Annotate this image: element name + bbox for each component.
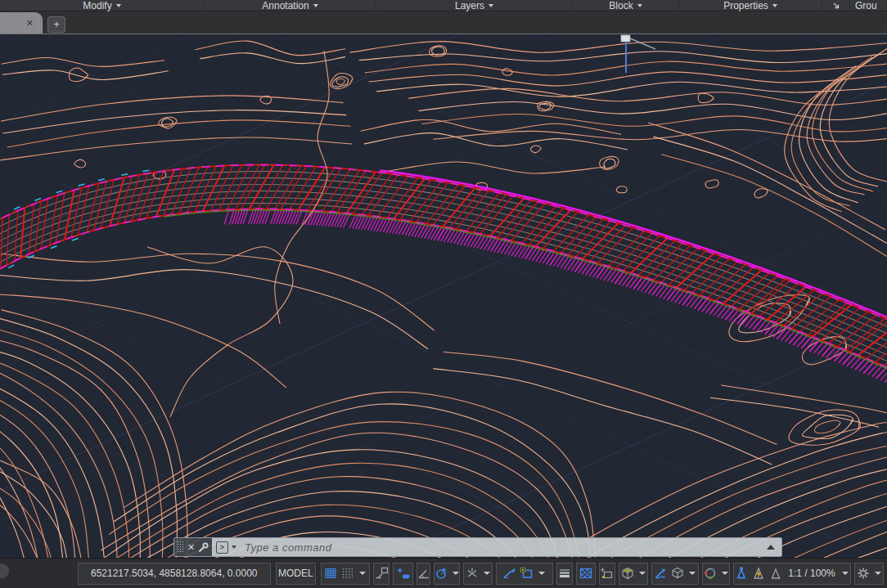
annotation-visibility-icon[interactable]	[734, 567, 749, 580]
panel-launcher-icon	[832, 2, 840, 10]
osnap-settings-icon[interactable]	[520, 567, 534, 580]
annotation-autoscale-icon[interactable]	[751, 567, 766, 580]
status-group-osnap-3d[interactable]	[619, 563, 648, 585]
coordinates-display[interactable]: 6521217.5034, 4858128.8064, 0.0000	[78, 563, 271, 585]
tab-close-icon[interactable]: ✕	[26, 18, 34, 29]
polar-tracking-icon[interactable]	[416, 567, 431, 580]
dynamic-ucs-icon[interactable]	[653, 567, 668, 580]
osnap-tracking-icon[interactable]	[465, 567, 480, 580]
ribbon-panel-layers[interactable]: Layers	[376, 0, 573, 11]
command-line-bar[interactable]: ✕ > Type a command	[173, 537, 782, 557]
annotation-scale-icon[interactable]	[768, 567, 783, 580]
chevron-down-icon	[489, 4, 493, 7]
model-space-button[interactable]: MODEL	[276, 563, 317, 585]
status-group-dynamic-input[interactable]	[373, 563, 389, 585]
status-group-polar-tracking[interactable]	[416, 563, 430, 585]
status-group-settings-gear[interactable]	[854, 563, 884, 585]
command-options-caret-icon[interactable]	[232, 545, 236, 549]
ribbon-panel-block[interactable]: Block	[573, 0, 679, 11]
ribbon-panel-strip: ModifyAnnotationLayersBlockProperties Gr…	[0, 0, 887, 11]
drag-grip-icon[interactable]	[177, 541, 184, 554]
drawing-tab[interactable]: ✕	[0, 12, 43, 34]
osnap-draw-icon[interactable]	[502, 567, 517, 580]
ribbon-panel-label: Properties	[723, 0, 768, 11]
file-tab-bar: ✕ +	[0, 11, 887, 34]
osnap-3d-icon[interactable]	[620, 567, 635, 580]
ribbon-panel-label: Layers	[455, 0, 484, 11]
snap-mode-icon[interactable]	[340, 567, 355, 580]
chevron-down-icon[interactable]	[722, 572, 728, 575]
status-group-gizmo[interactable]	[702, 563, 730, 585]
ortho-mode-icon[interactable]	[396, 567, 411, 580]
chevron-down-icon[interactable]	[484, 572, 490, 575]
status-group-grid-display[interactable]	[321, 563, 370, 585]
status-group-dynamic-ucs[interactable]	[651, 563, 699, 585]
chevron-down-icon[interactable]	[689, 572, 696, 575]
ribbon-panel-label: Annotation	[262, 0, 308, 11]
wrench-icon[interactable]	[198, 542, 209, 553]
drawing-canvas[interactable]	[0, 0, 887, 588]
chevron-down-icon[interactable]	[453, 572, 459, 575]
chevron-down-icon[interactable]	[842, 572, 849, 575]
status-corner-decoration	[0, 563, 9, 578]
status-bar: 6521217.5034, 4858128.8064, 0.0000 MODEL…	[0, 558, 887, 588]
chevron-down-icon	[116, 4, 121, 7]
ribbon-panel-groups[interactable]: Grou	[850, 0, 877, 11]
recent-commands-arrow-icon[interactable]	[767, 545, 775, 550]
isometric-drafting-icon[interactable]	[434, 567, 448, 580]
model-space-view[interactable]	[0, 0, 887, 588]
settings-gear-icon[interactable]	[856, 567, 871, 580]
ribbon-panel-label: Block	[609, 0, 633, 11]
status-group-ortho-mode[interactable]	[393, 563, 413, 585]
chevron-down-icon	[772, 4, 777, 7]
chevron-down-icon[interactable]	[538, 572, 545, 575]
status-group-osnap-tracking[interactable]	[463, 563, 493, 585]
command-bar-utilities: ✕	[174, 538, 212, 556]
view-cube-icon[interactable]	[670, 567, 685, 580]
grid-display-icon[interactable]	[323, 567, 338, 580]
chevron-down-icon	[637, 4, 642, 7]
gizmo-icon[interactable]	[703, 567, 718, 580]
chevron-down-icon[interactable]	[639, 572, 646, 575]
ribbon-panel-modify[interactable]: Modify	[0, 0, 205, 11]
new-tab-button[interactable]: +	[47, 16, 65, 33]
status-group-selection-cycling[interactable]	[599, 563, 615, 585]
ribbon-panel-annotation[interactable]: Annotation	[205, 0, 376, 11]
status-bar-spacer	[0, 559, 78, 588]
chevron-down-icon[interactable]	[875, 572, 881, 575]
command-prompt-icon[interactable]: >	[216, 541, 228, 554]
close-icon[interactable]: ✕	[187, 543, 195, 552]
selection-cycling-icon[interactable]	[600, 567, 615, 580]
ribbon-panel-properties[interactable]: Properties	[679, 0, 822, 11]
chevron-down-icon[interactable]	[359, 572, 366, 575]
status-group-osnap-draw[interactable]	[496, 563, 553, 585]
annotation-scale-value[interactable]: 1:1 / 100%	[786, 568, 837, 579]
command-placeholder: Type a command	[240, 541, 331, 554]
ribbon-panel-label: Modify	[83, 0, 111, 11]
panel-launcher-button[interactable]	[822, 0, 850, 11]
status-group-isometric-drafting[interactable]	[434, 563, 460, 585]
status-group-annotation-visibility[interactable]: 1:1 / 100%	[733, 563, 851, 585]
dynamic-input-icon[interactable]	[374, 567, 389, 580]
status-group-lineweight[interactable]	[556, 563, 573, 585]
command-input[interactable]: > Type a command	[212, 538, 781, 556]
lineweight-icon[interactable]	[557, 567, 572, 580]
chevron-down-icon	[313, 4, 318, 7]
status-group-transparency[interactable]	[576, 563, 596, 585]
application-window: ModifyAnnotationLayersBlockProperties Gr…	[0, 0, 887, 588]
transparency-icon[interactable]	[579, 567, 593, 580]
